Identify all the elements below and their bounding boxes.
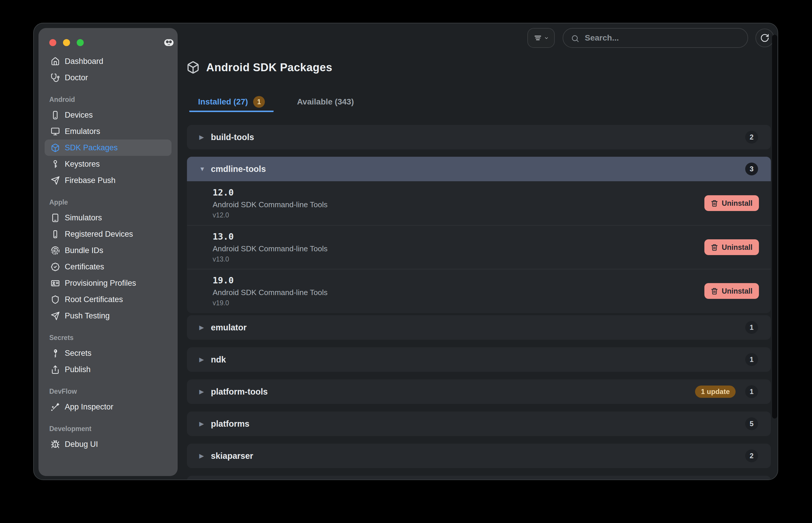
package-detail: v19.0 <box>213 299 771 307</box>
monitor-icon <box>51 127 60 136</box>
zoom-button[interactable] <box>77 39 84 46</box>
trash-icon <box>711 200 718 207</box>
group-name: platform-tools <box>211 387 268 397</box>
tab-installed[interactable]: Installed (27) 1 <box>189 93 273 112</box>
group-count-badge: 5 <box>745 417 758 430</box>
sidebar-item-label: Simulators <box>65 213 102 222</box>
tab-update-badge: 1 <box>253 96 265 108</box>
key-icon <box>51 160 60 169</box>
chevron-right-icon: ▶ <box>199 356 207 363</box>
group-count-badge: 1 <box>745 385 758 398</box>
shield-icon <box>51 295 60 304</box>
tab-label: Available (343) <box>297 97 354 107</box>
sidebar-item-label: Doctor <box>65 73 88 82</box>
group-row-emulator[interactable]: ▶ emulator 1 <box>187 315 771 340</box>
sidebar-item-label: Certificates <box>65 263 104 271</box>
group-name: skiaparser <box>211 451 253 461</box>
sidebar-item-root-certificates[interactable]: Root Certificates <box>45 291 171 308</box>
group-row-skiaparser[interactable]: ▶ skiaparser 2 <box>187 444 771 468</box>
sidebar-item-sdk-packages[interactable]: SDK Packages <box>45 140 171 156</box>
filter-button[interactable] <box>527 28 555 48</box>
sidebar-item-keystores[interactable]: Keystores <box>45 156 171 172</box>
package-item: 19.0 Android SDK Command-line Tools v19.… <box>187 269 771 312</box>
home-icon <box>51 57 60 66</box>
sidebar-item-provisioning-profiles[interactable]: Provisioning Profiles <box>45 275 171 291</box>
tab-bar: Installed (27) 1 Available (343) <box>189 93 362 112</box>
sidebar-item-label: Debug UI <box>65 440 98 449</box>
wand-sparkles-icon <box>51 402 60 412</box>
close-button[interactable] <box>49 39 56 46</box>
sidebar-item-label: Keystores <box>65 160 100 169</box>
minimize-button[interactable] <box>63 39 70 46</box>
group-count-badge: 2 <box>745 449 758 462</box>
page-title: Android SDK Packages <box>206 61 332 74</box>
key-filled-icon <box>51 349 60 358</box>
sidebar-item-label: Devices <box>65 111 93 120</box>
chevron-right-icon: ▶ <box>199 388 207 395</box>
sidebar-item-dashboard[interactable]: Dashboard <box>45 53 171 70</box>
sidebar-item-simulators[interactable]: Simulators <box>45 210 171 226</box>
trash-icon <box>711 287 718 295</box>
search-bar <box>563 28 748 48</box>
tab-available[interactable]: Available (343) <box>288 93 362 112</box>
sidebar-item-label: Registered Devices <box>65 230 133 239</box>
sidebar-item-label: Firebase Push <box>65 176 115 185</box>
sidebar-item-label: Secrets <box>65 349 92 358</box>
group-row-build-tools[interactable]: ▶ build-tools 2 <box>187 125 771 149</box>
scrollbar-thumb[interactable] <box>772 35 777 418</box>
trash-icon <box>711 244 718 251</box>
package-item: 13.0 Android SDK Command-line Tools v13.… <box>187 225 771 269</box>
group-items: 12.0 Android SDK Command-line Tools v12.… <box>187 181 771 313</box>
share-icon <box>51 365 60 374</box>
uninstall-button[interactable]: Uninstall <box>704 195 759 211</box>
app-window: Dashboard Doctor Android Devices Emulato… <box>33 23 778 480</box>
sidebar-item-bundle-ids[interactable]: Bundle IDs <box>45 242 171 258</box>
sidebar-section-secrets: Secrets <box>49 334 177 342</box>
group-name: build-tools <box>211 132 254 142</box>
sidebar-item-certificates[interactable]: Certificates <box>45 258 171 275</box>
package-item: 12.0 Android SDK Command-line Tools v12.… <box>187 181 771 225</box>
sidebar-item-app-inspector[interactable]: App Inspector <box>45 399 171 415</box>
fingerprint-icon <box>51 246 60 255</box>
package-detail: v12.0 <box>213 211 771 219</box>
sidebar-item-label: Bundle IDs <box>65 246 103 255</box>
search-input[interactable] <box>563 29 748 47</box>
group-row-platforms[interactable]: ▶ platforms 5 <box>187 412 771 436</box>
group-count-badge: 1 <box>745 353 758 366</box>
sidebar: Dashboard Doctor Android Devices Emulato… <box>38 28 177 476</box>
sidebar-item-publish[interactable]: Publish <box>45 361 171 378</box>
group-count-badge: 1 <box>745 321 758 334</box>
sidebar-item-label: Provisioning Profiles <box>65 279 136 288</box>
sidebar-item-secrets[interactable]: Secrets <box>45 345 171 361</box>
group-row-cmdline-tools[interactable]: ▼ cmdline-tools 3 <box>187 157 771 181</box>
group-name: emulator <box>211 323 246 332</box>
sidebar-section-apple: Apple <box>49 198 177 206</box>
sidebar-item-firebase-push[interactable]: Firebase Push <box>45 172 171 188</box>
tab-label: Installed (27) <box>198 97 248 107</box>
send-icon <box>51 176 60 185</box>
sidebar-item-doctor[interactable]: Doctor <box>45 70 171 86</box>
uninstall-button[interactable]: Uninstall <box>704 283 759 299</box>
sidebar-item-label: App Inspector <box>65 402 113 412</box>
group-row-platform-tools[interactable]: ▶ platform-tools 1 update 1 <box>187 379 771 404</box>
stethoscope-icon <box>51 73 60 82</box>
sidebar-item-push-testing[interactable]: Push Testing <box>45 308 171 324</box>
chevron-right-icon: ▶ <box>199 452 207 459</box>
sidebar-item-debug-ui[interactable]: Debug UI <box>45 436 171 452</box>
sidebar-item-emulators[interactable]: Emulators <box>45 123 171 140</box>
badge-check-icon <box>51 263 60 271</box>
refresh-button[interactable] <box>755 29 774 47</box>
group-row-partial <box>187 476 771 480</box>
uninstall-button[interactable]: Uninstall <box>704 239 759 255</box>
package-description: Android SDK Command-line Tools <box>213 288 771 297</box>
page-header: Android SDK Packages <box>186 61 332 74</box>
robot-icon <box>163 37 174 48</box>
package-icon <box>51 143 60 152</box>
sidebar-item-devices[interactable]: Devices <box>45 107 171 123</box>
refresh-icon <box>760 33 770 42</box>
group-name: platforms <box>211 419 249 429</box>
tablet-icon <box>51 213 60 222</box>
sidebar-section-development: Development <box>49 425 177 433</box>
group-row-ndk[interactable]: ▶ ndk 1 <box>187 347 771 372</box>
sidebar-item-registered-devices[interactable]: Registered Devices <box>45 226 171 242</box>
